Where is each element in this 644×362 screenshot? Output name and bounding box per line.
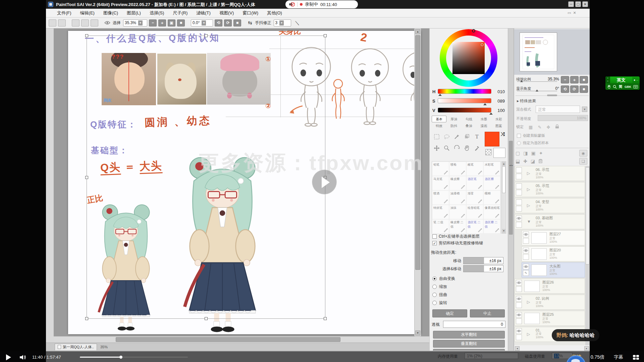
brush-喷洒[interactable]: 喷洒 bbox=[432, 190, 449, 205]
selection-handle[interactable] bbox=[85, 317, 88, 320]
folder-arrow-icon[interactable]: ▷ bbox=[527, 332, 530, 337]
brush-橡皮擦[interactable]: 橡皮擦 bbox=[449, 176, 466, 190]
brush-选区擦 二值[interactable]: 选区擦 二值 bbox=[483, 219, 500, 234]
brush-马克笔[interactable]: 马克笔 bbox=[432, 176, 449, 190]
eye-icon[interactable] bbox=[524, 265, 528, 268]
lamp-button[interactable]: ◉ bbox=[579, 150, 587, 157]
layer-visibility[interactable] bbox=[516, 167, 523, 180]
widescreen-icon[interactable] bbox=[633, 354, 639, 360]
perspective-input[interactable]: 0 bbox=[443, 321, 505, 328]
folder-arrow-icon[interactable]: ▼ bbox=[527, 219, 531, 224]
radio-unselected[interactable] bbox=[517, 141, 521, 145]
eye-icon[interactable] bbox=[517, 329, 521, 333]
tool-button-4[interactable] bbox=[81, 19, 89, 26]
scroll-up-arrow[interactable]: ▲ bbox=[415, 29, 420, 34]
layer-row-大头图[interactable]: ✎大头图正常100% bbox=[522, 262, 585, 278]
zoom-out-button[interactable]: − bbox=[149, 19, 157, 26]
panel-corner-right-button[interactable]: ▸ bbox=[584, 346, 589, 351]
menu-item-1[interactable]: 文件(F) bbox=[53, 10, 76, 16]
maximize-button[interactable]: ▢ bbox=[575, 1, 581, 7]
layer-visibility[interactable] bbox=[516, 280, 523, 293]
menu-item-9[interactable]: 窗口(W) bbox=[238, 10, 263, 16]
tool-button-2[interactable] bbox=[58, 19, 66, 26]
zoom-reset-button[interactable]: ■ bbox=[580, 76, 588, 83]
drag-move-slider[interactable]: ±16 px bbox=[463, 257, 503, 264]
eye-icon[interactable] bbox=[524, 233, 528, 236]
transform-icon[interactable] bbox=[432, 142, 442, 154]
layer-visibility[interactable] bbox=[516, 328, 523, 341]
layer-visibility[interactable] bbox=[516, 216, 523, 229]
lock-pencil-icon[interactable]: ✎ bbox=[538, 125, 541, 130]
eye-icon[interactable] bbox=[517, 313, 521, 316]
brush-涂抹[interactable]: 涂抹 bbox=[449, 205, 466, 219]
brush-选区笔[interactable]: 选区笔 bbox=[466, 176, 483, 190]
lock-move-icon[interactable]: ✥ bbox=[546, 125, 550, 130]
layer-row-图层26[interactable]: 图层26正常100% bbox=[515, 279, 585, 294]
menu-item-4[interactable]: 图层(L) bbox=[122, 10, 145, 16]
menu-item-10[interactable]: 其他(O) bbox=[263, 10, 286, 16]
tool-button-3[interactable] bbox=[72, 19, 79, 26]
radio-row-自由变换[interactable]: 自由变换 bbox=[432, 275, 455, 282]
lasso-icon[interactable] bbox=[442, 131, 452, 142]
folder-arrow-icon[interactable]: ▷ bbox=[527, 203, 530, 208]
layer-row-04. 变型[interactable]: ▷04. 变型正常100% bbox=[515, 198, 585, 213]
clear-layer-icon[interactable]: ◪ bbox=[531, 159, 535, 164]
panel-grip[interactable] bbox=[547, 95, 557, 96]
eyedropper-icon[interactable] bbox=[472, 142, 482, 154]
scrollbar-thumb[interactable] bbox=[509, 141, 513, 235]
brush-橡皮擦 二值[interactable]: 橡皮擦 二值 bbox=[449, 219, 466, 234]
tool-tab-叠涂[interactable]: 叠涂 bbox=[462, 122, 476, 129]
scroll-up-arrow[interactable]: ▲ bbox=[502, 162, 505, 166]
brush-scrollbar[interactable]: ▲ ▼ bbox=[501, 161, 506, 234]
folder-arrow-icon[interactable]: ▷ bbox=[527, 300, 530, 304]
magnifier-icon[interactable] bbox=[613, 85, 617, 89]
secondary-color-swatch[interactable] bbox=[493, 148, 505, 158]
hue-slider[interactable] bbox=[438, 89, 491, 94]
special-effects-header[interactable]: ▸ 特殊效果 bbox=[517, 98, 536, 104]
ime-expand-icon[interactable]: ⌃⌃ bbox=[605, 76, 610, 83]
tool-tab-厚涂[interactable]: 厚涂 bbox=[446, 116, 461, 122]
radio-row-缩放[interactable]: 缩放 bbox=[432, 283, 447, 290]
panel-corner-left-button[interactable]: ◂ bbox=[515, 346, 520, 351]
navigator-thumbnail[interactable] bbox=[520, 33, 557, 71]
brush-模糊[interactable]: 模糊 bbox=[483, 190, 500, 205]
brush-喷枪[interactable]: 喷枪 bbox=[449, 162, 466, 176]
layer-visibility[interactable] bbox=[523, 232, 530, 245]
brush-油漆桶[interactable]: 油漆桶 bbox=[449, 190, 466, 205]
move-modifier-checkbox-row[interactable]: ✓ 剪切和移动无需按修饰键 bbox=[432, 240, 483, 246]
progress-handle[interactable] bbox=[119, 356, 122, 359]
new-folder-icon[interactable]: ◨ bbox=[523, 150, 528, 156]
layer-row-02. 比例[interactable]: ▷02. 比例正常100% bbox=[515, 295, 585, 310]
layer-visibility[interactable] bbox=[523, 248, 530, 261]
zoom-out-button[interactable]: − bbox=[561, 76, 569, 83]
selection-handle[interactable] bbox=[205, 34, 208, 37]
flip-button-2[interactable]: 垂直翻转 bbox=[433, 340, 505, 348]
radio-button[interactable] bbox=[432, 277, 437, 281]
rotate-reset-button[interactable]: ■ bbox=[580, 85, 588, 93]
tool-tab-勾线[interactable]: 勾线 bbox=[462, 116, 476, 122]
checkbox-unchecked[interactable] bbox=[517, 134, 521, 138]
volume-icon[interactable] bbox=[19, 354, 27, 360]
zoom-fit-button[interactable]: ▣ bbox=[168, 19, 175, 26]
menu-item-8[interactable]: 视图(V) bbox=[215, 10, 238, 16]
selection-sample-row[interactable]: 指定为选区样本 bbox=[517, 140, 549, 145]
tool-tab-防抖[interactable]: 防抖 bbox=[446, 122, 461, 129]
move-layer-icon[interactable] bbox=[462, 131, 472, 142]
menu-item-6[interactable]: 尺子(R) bbox=[168, 10, 192, 16]
progress-bar[interactable] bbox=[80, 357, 188, 358]
rotate-ccw-button[interactable]: ⟲ bbox=[561, 85, 569, 93]
tool-button-1[interactable] bbox=[49, 19, 56, 26]
flip-icon[interactable]: ⇆ bbox=[248, 20, 252, 26]
delete-layer-icon[interactable] bbox=[538, 159, 543, 164]
brush-像素画铅笔[interactable]: 像素画铅笔 bbox=[483, 205, 500, 219]
saturation-marker[interactable] bbox=[483, 103, 487, 105]
selection-handle[interactable] bbox=[324, 34, 327, 37]
panel-divider-scrollbar[interactable] bbox=[508, 28, 514, 362]
scroll-down-arrow[interactable]: ▼ bbox=[502, 229, 505, 233]
rect-select-icon[interactable] bbox=[432, 131, 442, 142]
slider-marker[interactable] bbox=[536, 89, 538, 92]
eye-icon[interactable] bbox=[517, 297, 521, 300]
play-button[interactable] bbox=[6, 354, 11, 360]
menu-item-3[interactable]: 图像(C) bbox=[99, 10, 122, 16]
merge-down-icon[interactable]: ⬓ bbox=[516, 159, 520, 164]
